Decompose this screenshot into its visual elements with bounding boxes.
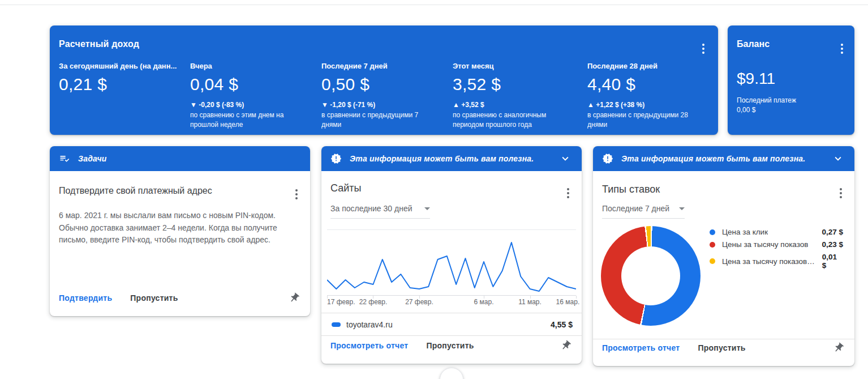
- site-earnings-value: 4,55 $: [551, 320, 573, 329]
- bid-types-donut-chart: [601, 226, 701, 326]
- overflow-menu-icon[interactable]: [700, 41, 707, 56]
- x-axis-tick-label: 22 февр.: [359, 298, 388, 306]
- metric-delta: ▲ +3,52 $: [453, 101, 579, 109]
- scroll-down-button[interactable]: [440, 368, 463, 379]
- metric-value: 3,52 $: [453, 75, 579, 94]
- legend-value: 0,27 $: [816, 228, 843, 236]
- legend-row: Цены за тысячу показов 0,23 $: [710, 240, 843, 249]
- bids-footer: Просмотреть отчет Пропустить: [602, 338, 845, 358]
- overflow-menu-icon[interactable]: [293, 187, 300, 202]
- metric-delta: ▲ +1,22 $ (+38 %): [587, 101, 701, 109]
- last-payment-note: Последний платеж 0,00 $: [737, 96, 845, 115]
- view-report-button[interactable]: Просмотреть отчет: [598, 340, 684, 356]
- balance-value: $9.11: [737, 70, 845, 88]
- tasks-footer: Подтвердить Пропустить: [59, 288, 301, 308]
- tasks-card: Задачи Подтвердите свой платежный адрес …: [50, 146, 310, 316]
- info-banner: Эта информация может быть вам полезна.: [593, 146, 854, 171]
- metric-note: по сравнению с аналогичным периодом прош…: [453, 110, 570, 130]
- task-title: Подтвердите свой платежный адрес: [59, 186, 212, 196]
- task-list-icon: [59, 153, 70, 164]
- view-report-button[interactable]: Просмотреть отчет: [326, 338, 412, 354]
- metric-label: Этот месяц: [453, 62, 579, 70]
- metric-note: по сравнению с этим днем на прошлой неде…: [190, 110, 308, 130]
- chevron-down-icon[interactable]: [831, 151, 845, 166]
- bid-types-card: Эта информация может быть вам полезна. Т…: [593, 146, 854, 366]
- chevron-down-icon[interactable]: [558, 151, 573, 166]
- metric-label: Вчера: [190, 62, 313, 70]
- top-divider: [0, 5, 868, 5]
- legend-label: Цены за тысячу показов: [722, 240, 808, 249]
- x-axis-tick-label: 27 февр.: [405, 298, 433, 306]
- legend-label: Цена за тысячу показов …: [722, 257, 817, 266]
- series-color-chip: [332, 322, 341, 327]
- overflow-menu-icon[interactable]: [839, 41, 845, 56]
- caret-down-icon: [424, 207, 430, 210]
- metric-label: За сегодняшний день (на данн...: [59, 62, 182, 70]
- date-range-selector[interactable]: За последние 30 дней: [330, 204, 430, 219]
- card-title: Расчетный доход: [59, 39, 709, 49]
- metric-label: Последние 28 дней: [587, 62, 701, 70]
- x-axis-tick-label: 16 мар.: [556, 298, 580, 306]
- last-payment-value: 0,00 $: [737, 105, 845, 115]
- legend-row: Цена за клик 0,27 $: [710, 228, 843, 236]
- pin-icon[interactable]: [832, 341, 845, 355]
- earnings-line-series: [327, 242, 576, 291]
- metric-note: в сравнении с предыдущими 7 днями: [321, 110, 439, 130]
- site-legend-row: toyotarav4.ru 4,55 $: [332, 318, 573, 331]
- skip-button[interactable]: Пропустить: [422, 338, 478, 354]
- card-title: Сайты: [330, 182, 361, 194]
- site-name: toyotarav4.ru: [346, 320, 393, 329]
- card-title: Типы ставок: [602, 184, 660, 195]
- divider: [321, 313, 582, 313]
- estimated-earnings-card: Расчетный доход За сегодняшний день (на …: [50, 25, 718, 135]
- overflow-menu-icon[interactable]: [565, 186, 571, 201]
- metric-value: 4,40 $: [587, 75, 701, 94]
- bid-types-legend: Цена за клик 0,27 $ Цены за тысячу показ…: [710, 228, 843, 270]
- overflow-menu-icon[interactable]: [837, 186, 844, 201]
- date-range-label: За последние 30 дней: [330, 204, 412, 213]
- metric-value: 0,50 $: [321, 75, 445, 94]
- bid-legend-dot: [710, 258, 715, 264]
- sites-footer: Просмотреть отчет Пропустить: [330, 335, 573, 356]
- new-releases-icon: [602, 153, 613, 164]
- bid-legend-dot: [710, 229, 715, 235]
- metric-delta: ▼ -1,20 $ (-71 %): [321, 101, 445, 109]
- confirm-button[interactable]: Подтвердить: [54, 290, 117, 306]
- new-releases-icon: [330, 153, 342, 164]
- last-payment-label: Последний платеж: [737, 96, 845, 105]
- info-banner-text: Эта информация может быть вам полезна.: [621, 154, 805, 163]
- pin-icon[interactable]: [559, 339, 573, 352]
- date-range-selector[interactable]: Последние 7 дней: [602, 204, 685, 219]
- info-banner-text: Эта информация может быть вам полезна.: [350, 154, 534, 163]
- card-title: Баланс: [737, 39, 845, 49]
- metric-note: в сравнении с предыдущими 28 днями: [587, 110, 701, 130]
- sites-card: Эта информация может быть вам полезна. С…: [321, 146, 582, 364]
- legend-row: Цена за тысячу показов … 0,01 $: [710, 253, 843, 270]
- date-range-label: Последние 7 дней: [602, 204, 669, 213]
- skip-button[interactable]: Пропустить: [693, 340, 750, 356]
- metric-label: Последние 7 дней: [321, 62, 445, 70]
- info-banner: Эта информация может быть вам полезна.: [321, 146, 582, 171]
- pin-icon[interactable]: [287, 291, 301, 305]
- earnings-columns: За сегодняшний день (на данн... 0,21 $ В…: [59, 62, 709, 130]
- x-axis-tick-label: 11 мар.: [518, 298, 542, 306]
- tasks-header-title: Задачи: [78, 154, 107, 163]
- balance-card: Баланс $9.11 Последний платеж 0,00 $: [728, 25, 854, 135]
- x-axis-tick-label: 17 февр.: [327, 298, 355, 306]
- earnings-column-last-28-days: Последние 28 дней 4,40 $ ▲ +1,22 $ (+38 …: [587, 62, 709, 130]
- bid-legend-dot: [710, 242, 715, 248]
- earnings-column-this-month: Этот месяц 3,52 $ ▲ +3,52 $ по сравнению…: [453, 62, 587, 130]
- skip-button[interactable]: Пропустить: [126, 290, 182, 306]
- metric-delta: ▼ -0,20 $ (-83 %): [190, 101, 313, 109]
- x-axis: 17 февр.22 февр.27 февр.6 мар.11 мар.16 …: [327, 298, 576, 307]
- tasks-header: Задачи: [50, 146, 310, 171]
- earnings-column-last-7-days: Последние 7 дней 0,50 $ ▼ -1,20 $ (-71 %…: [321, 62, 453, 130]
- adsense-dashboard: Расчетный доход За сегодняшний день (на …: [0, 0, 868, 379]
- caret-down-icon: [679, 207, 685, 210]
- legend-value: 0,23 $: [816, 240, 843, 249]
- earnings-column-yesterday: Вчера 0,04 $ ▼ -0,20 $ (-83 %) по сравне…: [190, 62, 321, 130]
- earnings-column-today: За сегодняшний день (на данн... 0,21 $: [59, 62, 190, 130]
- metric-value: 0,04 $: [190, 75, 313, 94]
- donut-hole: [621, 246, 680, 305]
- task-description: 6 мар. 2021 г. мы выслали вам письмо с н…: [59, 210, 298, 246]
